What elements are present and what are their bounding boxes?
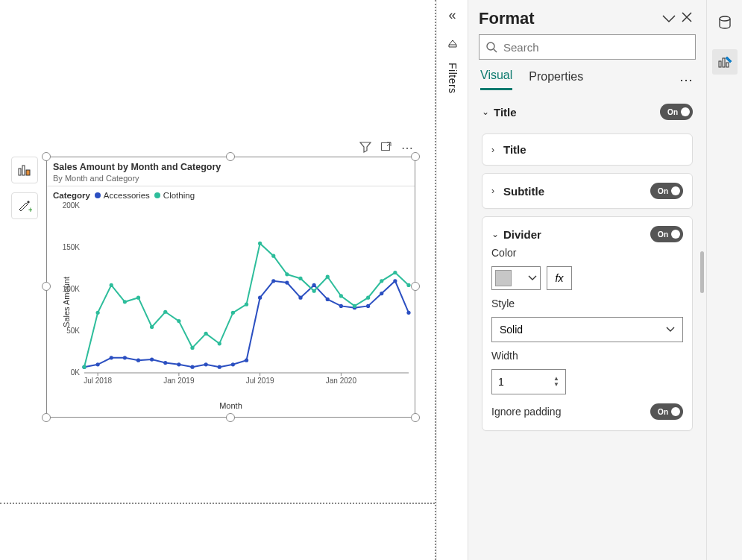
section-title-head[interactable]: ⌄ Title On bbox=[479, 98, 696, 126]
filters-label[interactable]: Filters bbox=[447, 63, 459, 94]
svg-point-29 bbox=[218, 365, 221, 369]
format-panel: Format Visual Properties ⋯ ⌄ Title On › … bbox=[468, 0, 706, 560]
resize-handle[interactable] bbox=[42, 413, 51, 422]
chevron-down-icon bbox=[666, 327, 675, 333]
tab-properties[interactable]: Properties bbox=[529, 70, 583, 89]
svg-point-37 bbox=[326, 298, 330, 301]
svg-point-65 bbox=[366, 296, 370, 300]
legend-item-label: Accessories bbox=[104, 191, 150, 200]
section-label: Title bbox=[494, 106, 660, 119]
svg-point-40 bbox=[366, 304, 370, 308]
resize-handle[interactable] bbox=[411, 152, 420, 161]
divider-toggle[interactable]: On bbox=[650, 226, 683, 242]
search-field[interactable] bbox=[503, 41, 689, 54]
svg-point-32 bbox=[258, 296, 262, 300]
ignore-padding-toggle[interactable]: On bbox=[650, 403, 683, 420]
fx-button[interactable]: fx bbox=[547, 266, 572, 290]
svg-point-27 bbox=[190, 365, 194, 369]
svg-point-61 bbox=[312, 289, 316, 293]
svg-text:Jul 2018: Jul 2018 bbox=[84, 377, 112, 385]
search-icon bbox=[485, 41, 497, 53]
subsection-subtitle[interactable]: › Subtitle On bbox=[482, 173, 693, 209]
chevron-down-icon bbox=[528, 275, 537, 281]
funnel-icon bbox=[447, 34, 459, 48]
svg-point-28 bbox=[204, 362, 208, 366]
view-rail bbox=[706, 0, 742, 560]
more-options-icon[interactable]: ⋯ bbox=[679, 72, 694, 88]
chevron-down-icon[interactable] bbox=[660, 11, 678, 27]
resize-handle[interactable] bbox=[42, 152, 51, 161]
svg-point-45 bbox=[96, 311, 100, 315]
focus-mode-icon[interactable] bbox=[380, 141, 392, 156]
width-label: Width bbox=[491, 350, 683, 362]
chart-title: Sales Amount by Month and Category bbox=[53, 162, 409, 172]
format-icon[interactable] bbox=[712, 49, 738, 75]
svg-point-44 bbox=[82, 365, 86, 369]
svg-point-49 bbox=[150, 325, 154, 329]
svg-point-60 bbox=[298, 277, 302, 280]
chart-legend: Category Accessories Clothing bbox=[47, 186, 415, 201]
svg-point-62 bbox=[326, 275, 330, 279]
chart-subtitle: By Month and Category bbox=[53, 174, 409, 183]
svg-point-41 bbox=[380, 292, 383, 295]
divider-width-stepper[interactable]: 1 ▲▼ bbox=[491, 369, 566, 394]
legend-title: Category bbox=[53, 191, 90, 200]
search-input[interactable] bbox=[479, 34, 696, 60]
format-visual-tab[interactable]: + bbox=[11, 192, 38, 219]
svg-point-24 bbox=[150, 357, 154, 361]
y-axis-label: Sales Amount bbox=[62, 277, 71, 327]
svg-point-53 bbox=[204, 332, 208, 336]
svg-point-57 bbox=[258, 242, 262, 245]
svg-point-23 bbox=[136, 359, 140, 362]
svg-rect-71 bbox=[719, 61, 721, 67]
svg-point-47 bbox=[123, 300, 127, 303]
subtitle-toggle[interactable]: On bbox=[650, 183, 683, 199]
subsection-title[interactable]: › Title bbox=[482, 133, 693, 166]
svg-point-58 bbox=[271, 254, 275, 258]
svg-point-51 bbox=[177, 319, 180, 323]
resize-handle[interactable] bbox=[226, 152, 235, 161]
divider-style-select[interactable]: Solid bbox=[491, 317, 683, 342]
title-toggle[interactable]: On bbox=[660, 104, 693, 120]
svg-point-34 bbox=[285, 280, 289, 284]
svg-rect-4 bbox=[382, 143, 390, 151]
data-icon[interactable] bbox=[712, 10, 738, 36]
filter-icon[interactable] bbox=[359, 141, 371, 156]
tab-visual[interactable]: Visual bbox=[480, 69, 512, 90]
divider-color-picker[interactable] bbox=[491, 266, 541, 290]
expand-filters-icon[interactable]: « bbox=[448, 7, 456, 23]
svg-point-50 bbox=[163, 310, 167, 314]
svg-point-63 bbox=[339, 294, 343, 298]
stepper-arrows[interactable]: ▲▼ bbox=[553, 376, 559, 388]
svg-text:200K: 200K bbox=[63, 201, 81, 210]
svg-point-52 bbox=[190, 346, 194, 350]
build-visual-tab[interactable] bbox=[11, 157, 38, 183]
svg-point-70 bbox=[720, 16, 730, 21]
svg-point-25 bbox=[163, 361, 167, 365]
scrollbar-thumb[interactable] bbox=[700, 251, 704, 293]
svg-point-36 bbox=[312, 283, 316, 287]
svg-point-43 bbox=[406, 311, 410, 315]
ignore-padding-label: Ignore padding bbox=[491, 406, 561, 418]
visual-container[interactable]: ⋯ Sales Amount by Month and Category By … bbox=[46, 157, 415, 418]
chevron-down-icon: ⌄ bbox=[482, 107, 494, 117]
svg-point-26 bbox=[177, 362, 180, 366]
svg-point-46 bbox=[110, 283, 113, 287]
chevron-down-icon[interactable]: ⌄ bbox=[491, 229, 503, 239]
resize-handle[interactable] bbox=[411, 413, 420, 422]
chevron-right-icon: › bbox=[491, 186, 503, 196]
resize-handle[interactable] bbox=[226, 413, 235, 422]
svg-text:50K: 50K bbox=[66, 327, 80, 335]
svg-point-56 bbox=[245, 303, 248, 306]
svg-point-55 bbox=[231, 311, 235, 315]
report-canvas[interactable]: + ⋯ Sales Amount by Month and Category B… bbox=[0, 0, 436, 560]
svg-point-31 bbox=[245, 359, 248, 362]
svg-point-33 bbox=[271, 279, 275, 283]
close-icon[interactable] bbox=[678, 11, 696, 27]
visual-action-bar: ⋯ bbox=[359, 141, 415, 156]
subsection-divider: ⌄ Divider On Color fx Style Solid bbox=[482, 216, 693, 431]
style-label: Style bbox=[491, 298, 683, 309]
legend-item-label: Clothing bbox=[163, 191, 195, 200]
format-tabs: Visual Properties ⋯ bbox=[468, 66, 706, 90]
filters-collapsed-strip: « Filters bbox=[436, 0, 468, 560]
